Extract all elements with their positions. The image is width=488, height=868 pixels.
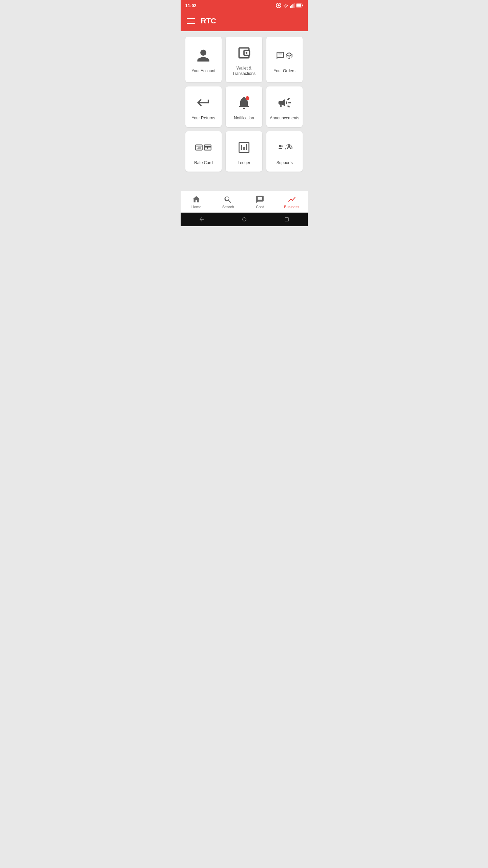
status-bar: 11:02 (181, 0, 308, 11)
nav-home-label: Home (191, 205, 201, 209)
back-button[interactable] (199, 216, 205, 222)
svg-rect-16 (243, 147, 245, 150)
ledger-icon (235, 139, 253, 156)
announcements-label: Announcements (270, 116, 299, 121)
rate-card-button[interactable]: Rate Card (185, 131, 222, 172)
nav-home[interactable]: Home (181, 192, 212, 212)
svg-rect-15 (241, 145, 242, 150)
svg-rect-21 (285, 218, 288, 221)
svg-point-11 (246, 96, 249, 100)
svg-rect-5 (293, 3, 294, 8)
signal-icon (290, 3, 295, 8)
nav-search[interactable]: Search (212, 192, 244, 212)
svg-point-9 (246, 52, 248, 54)
wallet-icon (235, 44, 253, 62)
announcements-button[interactable]: Announcements (266, 86, 303, 127)
wallet-transactions-label: Wallet &Transactions (232, 66, 256, 76)
svg-rect-17 (246, 144, 247, 150)
supports-button[interactable]: Supports (266, 131, 303, 172)
your-returns-label: Your Returns (192, 116, 216, 121)
grid: Your Account Wallet &Transactions Your O… (185, 37, 303, 172)
nav-business[interactable]: Business (276, 192, 308, 212)
header-title: RTC (201, 17, 216, 25)
nav-chat[interactable]: Chat (244, 192, 276, 212)
supports-label: Supports (277, 160, 293, 166)
android-nav-bar (181, 213, 308, 226)
search-icon (224, 195, 232, 204)
svg-rect-7 (302, 5, 303, 6)
recents-button[interactable] (284, 217, 289, 222)
bottom-nav: Home Search Chat Business (181, 191, 308, 213)
notification-icon (235, 94, 253, 112)
supports-icon (276, 139, 293, 156)
notification-button[interactable]: Notification (226, 86, 262, 127)
status-circle-icon (276, 3, 281, 8)
nav-chat-label: Chat (256, 205, 264, 209)
home-button[interactable] (241, 216, 247, 222)
header: RTC (181, 11, 308, 31)
svg-point-19 (288, 145, 290, 147)
orders-icon (276, 47, 293, 64)
business-icon (287, 195, 296, 204)
battery-icon (296, 3, 303, 7)
status-time: 11:02 (185, 3, 197, 8)
status-icons (276, 3, 303, 8)
svg-point-20 (243, 218, 246, 221)
notification-label: Notification (234, 116, 254, 121)
wifi-icon (283, 3, 289, 8)
your-orders-button[interactable]: Your Orders (266, 37, 303, 82)
returns-icon (195, 94, 212, 112)
your-returns-button[interactable]: Your Returns (185, 86, 222, 127)
chat-icon (256, 195, 264, 204)
nav-search-label: Search (222, 205, 234, 209)
svg-rect-2 (290, 6, 291, 8)
rate-card-icon (195, 139, 212, 156)
svg-point-1 (278, 4, 280, 6)
rate-card-label: Rate Card (194, 160, 213, 166)
svg-point-18 (279, 145, 282, 147)
svg-rect-4 (292, 4, 293, 8)
ledger-button[interactable]: Ledger (226, 131, 262, 172)
ledger-label: Ledger (238, 160, 250, 166)
your-orders-label: Your Orders (274, 68, 296, 74)
account-icon (195, 47, 212, 64)
main-content: Your Account Wallet &Transactions Your O… (181, 31, 308, 191)
announcements-icon (276, 94, 293, 112)
wallet-transactions-button[interactable]: Wallet &Transactions (226, 37, 262, 82)
home-icon (192, 195, 201, 204)
svg-rect-3 (291, 5, 292, 8)
menu-button[interactable] (187, 18, 195, 24)
nav-business-label: Business (284, 205, 299, 209)
your-account-label: Your Account (191, 68, 215, 74)
svg-rect-8 (297, 4, 301, 7)
your-account-button[interactable]: Your Account (185, 37, 222, 82)
